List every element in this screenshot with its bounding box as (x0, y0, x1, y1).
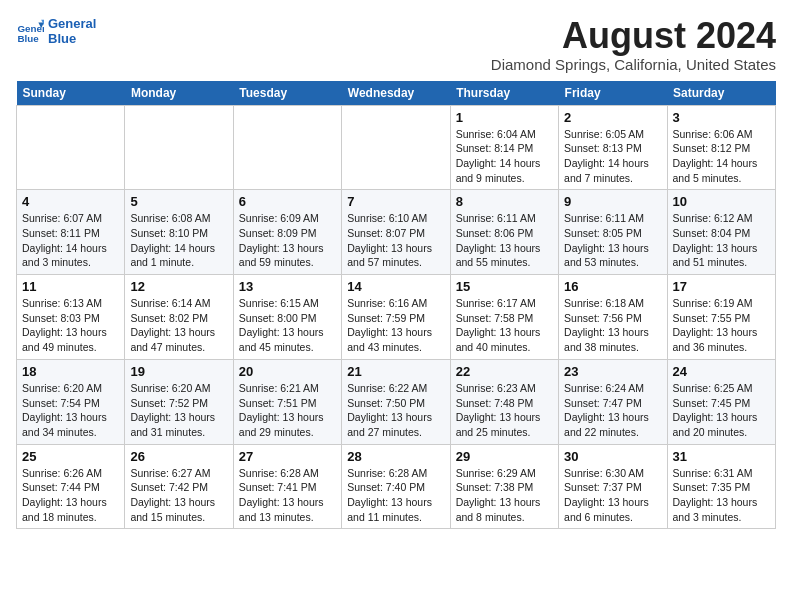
calendar-cell: 22Sunrise: 6:23 AM Sunset: 7:48 PM Dayli… (450, 359, 558, 444)
day-number: 23 (564, 364, 661, 379)
day-number: 18 (22, 364, 119, 379)
calendar-week: 25Sunrise: 6:26 AM Sunset: 7:44 PM Dayli… (17, 444, 776, 529)
day-info: Sunrise: 6:23 AM Sunset: 7:48 PM Dayligh… (456, 381, 553, 440)
calendar-week: 4Sunrise: 6:07 AM Sunset: 8:11 PM Daylig… (17, 190, 776, 275)
calendar-cell: 7Sunrise: 6:10 AM Sunset: 8:07 PM Daylig… (342, 190, 450, 275)
calendar-week: 11Sunrise: 6:13 AM Sunset: 8:03 PM Dayli… (17, 275, 776, 360)
day-number: 31 (673, 449, 770, 464)
day-number: 2 (564, 110, 661, 125)
calendar-cell: 13Sunrise: 6:15 AM Sunset: 8:00 PM Dayli… (233, 275, 341, 360)
day-info: Sunrise: 6:31 AM Sunset: 7:35 PM Dayligh… (673, 466, 770, 525)
day-number: 24 (673, 364, 770, 379)
calendar-cell: 29Sunrise: 6:29 AM Sunset: 7:38 PM Dayli… (450, 444, 558, 529)
day-info: Sunrise: 6:30 AM Sunset: 7:37 PM Dayligh… (564, 466, 661, 525)
logo-line1: General (48, 16, 96, 31)
day-info: Sunrise: 6:10 AM Sunset: 8:07 PM Dayligh… (347, 211, 444, 270)
day-info: Sunrise: 6:09 AM Sunset: 8:09 PM Dayligh… (239, 211, 336, 270)
day-number: 29 (456, 449, 553, 464)
day-info: Sunrise: 6:20 AM Sunset: 7:52 PM Dayligh… (130, 381, 227, 440)
day-number: 11 (22, 279, 119, 294)
day-number: 13 (239, 279, 336, 294)
weekday-header: Tuesday (233, 81, 341, 106)
calendar-cell: 15Sunrise: 6:17 AM Sunset: 7:58 PM Dayli… (450, 275, 558, 360)
calendar-week: 1Sunrise: 6:04 AM Sunset: 8:14 PM Daylig… (17, 105, 776, 190)
day-info: Sunrise: 6:21 AM Sunset: 7:51 PM Dayligh… (239, 381, 336, 440)
calendar-cell: 14Sunrise: 6:16 AM Sunset: 7:59 PM Dayli… (342, 275, 450, 360)
calendar-cell: 11Sunrise: 6:13 AM Sunset: 8:03 PM Dayli… (17, 275, 125, 360)
day-number: 14 (347, 279, 444, 294)
calendar-cell: 6Sunrise: 6:09 AM Sunset: 8:09 PM Daylig… (233, 190, 341, 275)
day-info: Sunrise: 6:26 AM Sunset: 7:44 PM Dayligh… (22, 466, 119, 525)
calendar-cell: 12Sunrise: 6:14 AM Sunset: 8:02 PM Dayli… (125, 275, 233, 360)
day-info: Sunrise: 6:15 AM Sunset: 8:00 PM Dayligh… (239, 296, 336, 355)
calendar-cell: 30Sunrise: 6:30 AM Sunset: 7:37 PM Dayli… (559, 444, 667, 529)
day-info: Sunrise: 6:27 AM Sunset: 7:42 PM Dayligh… (130, 466, 227, 525)
day-number: 9 (564, 194, 661, 209)
weekday-header: Monday (125, 81, 233, 106)
day-number: 10 (673, 194, 770, 209)
day-info: Sunrise: 6:16 AM Sunset: 7:59 PM Dayligh… (347, 296, 444, 355)
calendar-cell: 16Sunrise: 6:18 AM Sunset: 7:56 PM Dayli… (559, 275, 667, 360)
day-info: Sunrise: 6:11 AM Sunset: 8:06 PM Dayligh… (456, 211, 553, 270)
calendar-cell: 21Sunrise: 6:22 AM Sunset: 7:50 PM Dayli… (342, 359, 450, 444)
month-title: August 2024 (491, 16, 776, 56)
calendar-table: SundayMondayTuesdayWednesdayThursdayFrid… (16, 81, 776, 530)
calendar-week: 18Sunrise: 6:20 AM Sunset: 7:54 PM Dayli… (17, 359, 776, 444)
calendar-cell: 1Sunrise: 6:04 AM Sunset: 8:14 PM Daylig… (450, 105, 558, 190)
day-number: 17 (673, 279, 770, 294)
day-number: 25 (22, 449, 119, 464)
calendar-cell: 4Sunrise: 6:07 AM Sunset: 8:11 PM Daylig… (17, 190, 125, 275)
day-number: 16 (564, 279, 661, 294)
svg-text:Blue: Blue (17, 33, 39, 44)
day-number: 30 (564, 449, 661, 464)
weekday-header: Thursday (450, 81, 558, 106)
day-number: 4 (22, 194, 119, 209)
location: Diamond Springs, California, United Stat… (491, 56, 776, 73)
day-info: Sunrise: 6:25 AM Sunset: 7:45 PM Dayligh… (673, 381, 770, 440)
calendar-cell: 19Sunrise: 6:20 AM Sunset: 7:52 PM Dayli… (125, 359, 233, 444)
day-info: Sunrise: 6:19 AM Sunset: 7:55 PM Dayligh… (673, 296, 770, 355)
calendar-cell (125, 105, 233, 190)
day-info: Sunrise: 6:24 AM Sunset: 7:47 PM Dayligh… (564, 381, 661, 440)
calendar-cell: 10Sunrise: 6:12 AM Sunset: 8:04 PM Dayli… (667, 190, 775, 275)
day-info: Sunrise: 6:04 AM Sunset: 8:14 PM Dayligh… (456, 127, 553, 186)
day-info: Sunrise: 6:17 AM Sunset: 7:58 PM Dayligh… (456, 296, 553, 355)
weekday-header: Saturday (667, 81, 775, 106)
weekday-header: Sunday (17, 81, 125, 106)
logo-icon: General Blue (16, 17, 44, 45)
day-info: Sunrise: 6:20 AM Sunset: 7:54 PM Dayligh… (22, 381, 119, 440)
day-info: Sunrise: 6:28 AM Sunset: 7:41 PM Dayligh… (239, 466, 336, 525)
calendar-cell: 9Sunrise: 6:11 AM Sunset: 8:05 PM Daylig… (559, 190, 667, 275)
day-number: 22 (456, 364, 553, 379)
day-number: 3 (673, 110, 770, 125)
day-info: Sunrise: 6:12 AM Sunset: 8:04 PM Dayligh… (673, 211, 770, 270)
calendar-cell (17, 105, 125, 190)
calendar-cell: 31Sunrise: 6:31 AM Sunset: 7:35 PM Dayli… (667, 444, 775, 529)
calendar-cell: 26Sunrise: 6:27 AM Sunset: 7:42 PM Dayli… (125, 444, 233, 529)
calendar-cell: 23Sunrise: 6:24 AM Sunset: 7:47 PM Dayli… (559, 359, 667, 444)
calendar-cell (342, 105, 450, 190)
weekday-header: Wednesday (342, 81, 450, 106)
title-block: August 2024 Diamond Springs, California,… (491, 16, 776, 73)
logo: General Blue General Blue (16, 16, 96, 46)
day-info: Sunrise: 6:22 AM Sunset: 7:50 PM Dayligh… (347, 381, 444, 440)
day-number: 21 (347, 364, 444, 379)
day-number: 6 (239, 194, 336, 209)
calendar-cell: 8Sunrise: 6:11 AM Sunset: 8:06 PM Daylig… (450, 190, 558, 275)
day-number: 8 (456, 194, 553, 209)
page-header: General Blue General Blue August 2024 Di… (16, 16, 776, 73)
day-number: 5 (130, 194, 227, 209)
day-info: Sunrise: 6:06 AM Sunset: 8:12 PM Dayligh… (673, 127, 770, 186)
day-info: Sunrise: 6:14 AM Sunset: 8:02 PM Dayligh… (130, 296, 227, 355)
logo-line2: Blue (48, 31, 96, 46)
calendar-cell: 20Sunrise: 6:21 AM Sunset: 7:51 PM Dayli… (233, 359, 341, 444)
day-info: Sunrise: 6:08 AM Sunset: 8:10 PM Dayligh… (130, 211, 227, 270)
day-number: 28 (347, 449, 444, 464)
calendar-cell: 17Sunrise: 6:19 AM Sunset: 7:55 PM Dayli… (667, 275, 775, 360)
calendar-cell (233, 105, 341, 190)
day-number: 7 (347, 194, 444, 209)
day-info: Sunrise: 6:29 AM Sunset: 7:38 PM Dayligh… (456, 466, 553, 525)
calendar-cell: 25Sunrise: 6:26 AM Sunset: 7:44 PM Dayli… (17, 444, 125, 529)
day-number: 15 (456, 279, 553, 294)
calendar-header: SundayMondayTuesdayWednesdayThursdayFrid… (17, 81, 776, 106)
